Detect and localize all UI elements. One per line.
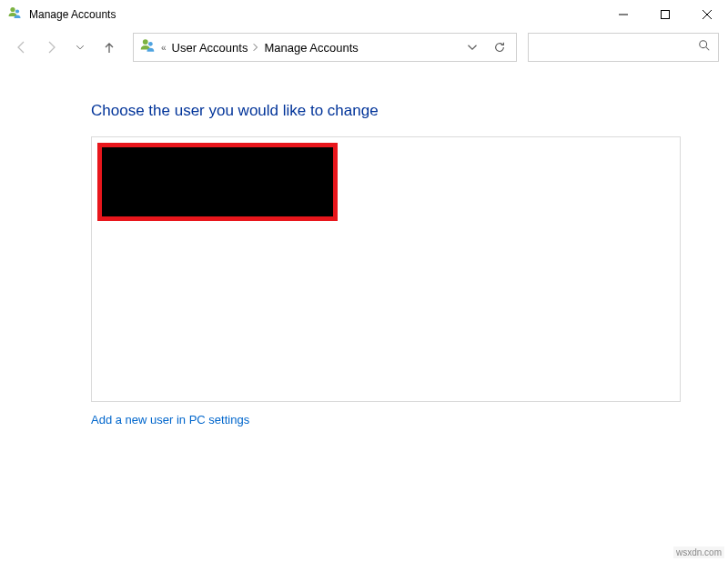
svg-line-9 bbox=[706, 47, 710, 51]
page-heading: Choose the user you would like to change bbox=[91, 102, 681, 120]
svg-point-1 bbox=[15, 9, 19, 13]
svg-point-6 bbox=[143, 39, 148, 45]
svg-point-7 bbox=[148, 42, 153, 46]
svg-point-0 bbox=[10, 7, 15, 12]
search-input[interactable] bbox=[528, 33, 719, 62]
close-button[interactable] bbox=[686, 0, 728, 29]
svg-rect-3 bbox=[662, 11, 670, 19]
watermark: wsxdn.com bbox=[673, 547, 724, 558]
titlebar: Manage Accounts bbox=[0, 0, 728, 29]
svg-point-8 bbox=[700, 41, 707, 48]
nav-forward-button[interactable] bbox=[38, 35, 64, 60]
window-controls bbox=[602, 0, 728, 29]
refresh-button[interactable] bbox=[489, 36, 511, 58]
window-title: Manage Accounts bbox=[29, 8, 116, 21]
search-icon bbox=[698, 39, 711, 55]
user-accounts-icon bbox=[139, 37, 156, 57]
breadcrumb-segment-manage-accounts[interactable]: Manage Accounts bbox=[264, 41, 358, 55]
nav-back-button[interactable] bbox=[9, 35, 35, 60]
app-icon bbox=[7, 5, 22, 24]
nav-up-button[interactable] bbox=[96, 35, 122, 60]
accounts-panel bbox=[91, 136, 681, 402]
breadcrumb-separator-icon bbox=[253, 39, 258, 55]
minimize-button[interactable] bbox=[602, 0, 644, 29]
address-bar[interactable]: « User Accounts Manage Accounts bbox=[133, 33, 517, 62]
titlebar-left: Manage Accounts bbox=[0, 5, 116, 24]
content-area: Choose the user you would like to change… bbox=[0, 65, 728, 427]
nav-recent-button[interactable] bbox=[67, 35, 93, 60]
breadcrumb-prev-icon[interactable]: « bbox=[161, 43, 167, 53]
nav-toolbar: « User Accounts Manage Accounts bbox=[0, 29, 728, 65]
address-dropdown-button[interactable] bbox=[461, 36, 483, 58]
maximize-button[interactable] bbox=[644, 0, 686, 29]
account-tile[interactable] bbox=[97, 143, 338, 221]
breadcrumb-segment-user-accounts[interactable]: User Accounts bbox=[172, 41, 248, 55]
add-user-link[interactable]: Add a new user in PC settings bbox=[91, 413, 249, 427]
